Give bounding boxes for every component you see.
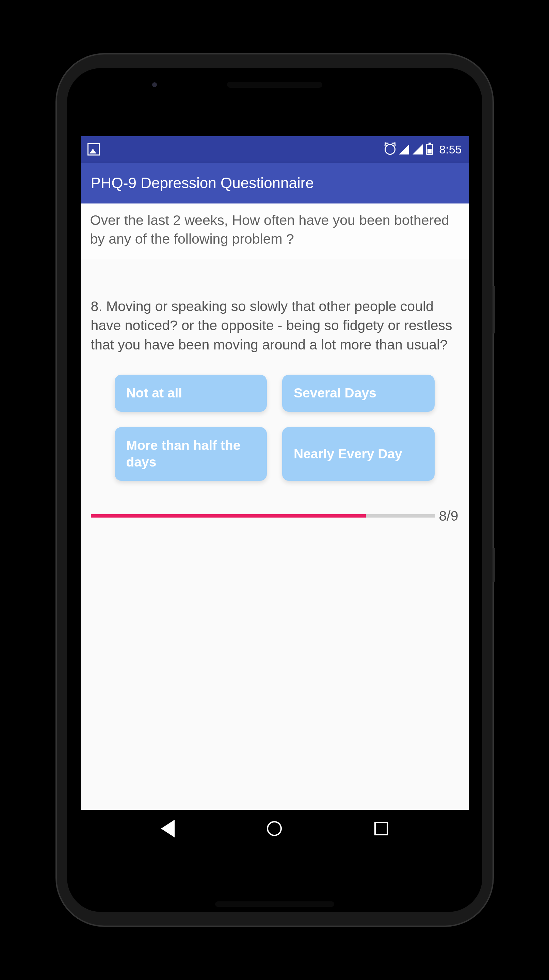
status-right: 8:55 bbox=[385, 143, 461, 156]
alarm-icon bbox=[385, 144, 396, 155]
phone-earpiece bbox=[227, 82, 322, 88]
progress-track bbox=[91, 514, 435, 517]
back-icon bbox=[161, 820, 175, 837]
intro-block: Over the last 2 weeks, How often have yo… bbox=[81, 204, 469, 259]
intro-text: Over the last 2 weeks, How often have yo… bbox=[90, 211, 459, 249]
answer-several-days[interactable]: Several Days bbox=[282, 375, 434, 412]
answer-more-than-half[interactable]: More than half the days bbox=[115, 427, 267, 481]
phone-camera bbox=[152, 82, 157, 87]
nav-home-button[interactable] bbox=[264, 819, 284, 838]
screen: 8:55 PHQ-9 Depression Questionnaire Over… bbox=[81, 136, 469, 847]
signal-icon bbox=[412, 144, 423, 154]
phone-inner: 8:55 PHQ-9 Depression Questionnaire Over… bbox=[67, 68, 482, 912]
nav-back-button[interactable] bbox=[158, 819, 178, 838]
nav-recent-button[interactable] bbox=[371, 819, 391, 838]
android-nav-bar bbox=[81, 810, 469, 847]
progress-label: 8/9 bbox=[439, 508, 458, 524]
question-text: 8. Moving or speaking so slowly that oth… bbox=[91, 297, 458, 355]
app-bar: PHQ-9 Depression Questionnaire bbox=[81, 163, 469, 204]
phone-speaker bbox=[215, 901, 334, 907]
signal-icon bbox=[399, 144, 409, 154]
question-area: 8. Moving or speaking so slowly that oth… bbox=[81, 259, 469, 847]
app-title: PHQ-9 Depression Questionnaire bbox=[91, 175, 314, 192]
status-time: 8:55 bbox=[439, 143, 461, 156]
answer-nearly-every-day[interactable]: Nearly Every Day bbox=[282, 427, 434, 481]
phone-side-button bbox=[492, 286, 495, 334]
answers-grid: Not at all Several Days More than half t… bbox=[91, 375, 458, 480]
answer-not-at-all[interactable]: Not at all bbox=[115, 375, 267, 412]
battery-icon bbox=[426, 144, 433, 155]
status-left bbox=[88, 143, 100, 156]
phone-frame: 8:55 PHQ-9 Depression Questionnaire Over… bbox=[57, 54, 492, 926]
recent-icon bbox=[374, 822, 388, 835]
progress-row: 8/9 bbox=[91, 508, 458, 524]
progress-fill bbox=[91, 514, 366, 517]
phone-side-button bbox=[492, 548, 495, 582]
status-bar: 8:55 bbox=[81, 136, 469, 163]
picture-icon bbox=[88, 143, 100, 156]
home-icon bbox=[267, 821, 282, 836]
